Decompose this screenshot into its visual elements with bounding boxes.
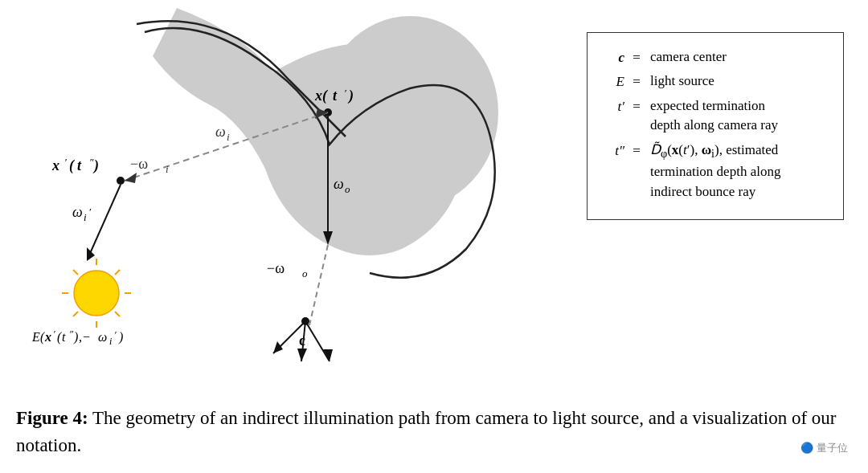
watermark: 🔵 量子位 xyxy=(800,441,848,455)
svg-text:i: i xyxy=(227,131,230,143)
svg-line-48 xyxy=(73,312,78,316)
svg-text:−ω: −ω xyxy=(267,260,285,276)
watermark-icon: 🔵 xyxy=(800,442,813,454)
svg-text:′: ′ xyxy=(64,156,67,168)
svg-point-49 xyxy=(82,279,111,308)
legend-desc-tp: expected terminationdepth along camera r… xyxy=(650,96,778,136)
legend-row-tp: t′ = expected terminationdepth along cam… xyxy=(602,96,825,136)
svg-line-47 xyxy=(115,270,120,275)
legend-sym-E: E xyxy=(602,71,624,92)
main-container: x( t ′ ) x ′ ( t ″ ) ω i −ω i xyxy=(0,0,868,473)
svg-marker-14 xyxy=(125,173,137,183)
svg-text:i: i xyxy=(109,336,112,347)
svg-text:E: E xyxy=(31,330,40,344)
svg-marker-36 xyxy=(87,247,95,261)
svg-text:x(: x( xyxy=(314,88,329,104)
svg-text:): ) xyxy=(347,88,354,104)
svg-text:ω: ω xyxy=(215,124,226,140)
legend-eq-tpp: = xyxy=(628,141,645,161)
legend-row-tpp: t″ = D̃φ(x(t′), ωi), estimated terminati… xyxy=(602,141,825,202)
legend-sym-c: c xyxy=(602,47,624,68)
svg-text:): ) xyxy=(118,330,123,345)
svg-text:o: o xyxy=(345,183,350,195)
legend-sym-tp: t′ xyxy=(602,96,624,117)
svg-text:x: x xyxy=(44,330,51,344)
svg-text:′: ′ xyxy=(344,87,346,99)
legend-box: c = camera center E = light source t′ = … xyxy=(587,32,844,220)
svg-text:′: ′ xyxy=(114,329,117,340)
legend-eq-tp: = xyxy=(628,96,645,117)
legend-desc-c: camera center xyxy=(650,47,727,67)
legend-row-c: c = camera center xyxy=(602,47,825,68)
svg-point-6 xyxy=(117,177,125,185)
svg-text:x: x xyxy=(51,157,59,173)
svg-marker-33 xyxy=(297,349,307,361)
svg-text:i: i xyxy=(84,211,87,223)
svg-text:(: ( xyxy=(69,157,76,174)
legend-sym-tpp: t″ xyxy=(602,141,624,161)
svg-text:): ) xyxy=(73,330,78,345)
svg-text:i: i xyxy=(166,163,169,175)
svg-line-45 xyxy=(73,270,78,275)
svg-line-35 xyxy=(88,185,121,257)
diagram-area: x( t ′ ) x ′ ( t ″ ) ω i −ω i xyxy=(16,8,547,393)
svg-text:′: ′ xyxy=(53,328,55,340)
caption-label: Figure 4: xyxy=(16,408,88,428)
caption-text: The geometry of an indirect illumination… xyxy=(16,408,836,455)
svg-text:o: o xyxy=(302,267,308,279)
svg-text:′: ′ xyxy=(89,206,92,218)
legend-eq-c: = xyxy=(628,47,645,68)
watermark-text: 量子位 xyxy=(817,442,848,454)
svg-text:,−: ,− xyxy=(79,330,91,344)
legend-desc-E: light source xyxy=(650,71,714,92)
svg-text:): ) xyxy=(92,157,99,174)
svg-text:ω: ω xyxy=(98,330,107,344)
svg-line-26 xyxy=(309,245,328,325)
svg-text:−ω: −ω xyxy=(130,156,148,172)
svg-point-0 xyxy=(321,16,498,209)
svg-line-46 xyxy=(115,312,120,316)
svg-text:ω: ω xyxy=(72,204,83,220)
svg-text:t: t xyxy=(62,330,66,344)
svg-marker-32 xyxy=(273,341,283,353)
legend-desc-tpp: D̃φ(x(t′), ωi), estimated termination de… xyxy=(650,141,780,202)
svg-text:t: t xyxy=(77,157,82,173)
svg-line-31 xyxy=(305,321,330,361)
legend-eq-E: = xyxy=(628,71,645,92)
caption: Figure 4: The geometry of an indirect il… xyxy=(16,405,852,459)
legend-row-E: E = light source xyxy=(602,71,825,92)
svg-text:ω: ω xyxy=(334,176,344,192)
